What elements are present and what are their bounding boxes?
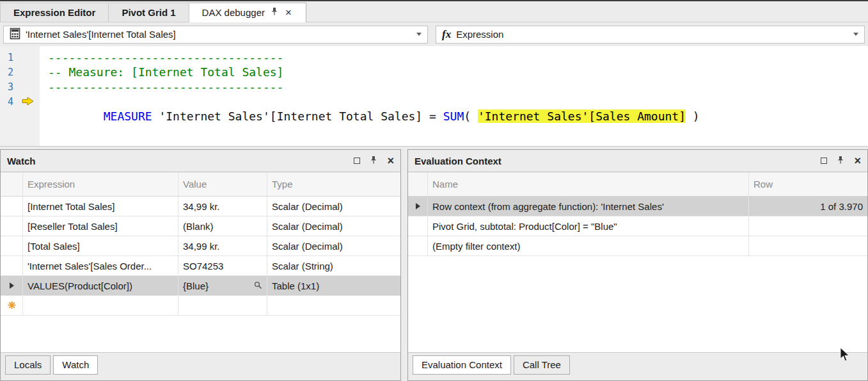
code-line-1: ----------------------------------	[48, 50, 868, 65]
line-number: 3	[8, 81, 13, 93]
row-gutter	[1, 276, 23, 295]
row-gutter	[1, 197, 23, 216]
watch-grid-header: Expression Value Type	[1, 172, 400, 197]
context-row[interactable]: Pivot Grid, subtotal: Product[Color] = "…	[408, 216, 867, 236]
tab-pivot-grid-1[interactable]: Pivot Grid 1	[109, 3, 189, 22]
watch-row[interactable]: [Total Sales] 34,99 kr. Scalar (Decimal)	[1, 236, 400, 256]
watch-type: Scalar (Decimal)	[272, 201, 343, 212]
context-row[interactable]: (Empty filter context)	[408, 236, 867, 256]
gutter-line: 3	[0, 79, 40, 94]
evaluation-panel-titlebar: Evaluation Context ×	[408, 150, 867, 172]
pin-icon[interactable]	[271, 7, 278, 18]
code-area: ---------------------------------- -- Me…	[40, 46, 868, 146]
maximize-icon[interactable]	[821, 158, 827, 164]
row-gutter	[1, 216, 23, 236]
chevron-down-icon	[853, 33, 858, 36]
watch-type: Scalar (Decimal)	[272, 241, 343, 252]
tab-locals[interactable]: Locals	[5, 355, 51, 375]
expression-combo-value: Expression	[456, 29, 503, 40]
column-header-type[interactable]: Type	[267, 172, 400, 196]
watch-expression: [Total Sales]	[28, 241, 80, 252]
close-icon[interactable]: ×	[284, 8, 293, 17]
watch-panel: Watch × Expression Value Type	[0, 149, 401, 381]
evaluation-grid-header: Name Row	[408, 172, 867, 197]
watch-value: (Blank)	[183, 221, 214, 232]
gutter-line: 4	[0, 94, 40, 109]
line-number: 4	[8, 96, 13, 108]
tab-evaluation-context[interactable]: Evaluation Context	[413, 355, 511, 375]
maximize-icon[interactable]	[354, 158, 360, 164]
header-gutter	[408, 172, 428, 196]
code-line-4: MEASURE 'Internet Sales'[Internet Total …	[48, 94, 868, 109]
panel-title-text: Watch	[7, 156, 35, 166]
current-statement-arrow-icon	[22, 97, 34, 108]
context-name: Pivot Grid, subtotal: Product[Color] = "…	[432, 221, 617, 232]
gutter-line: 2	[0, 65, 40, 79]
row-gutter	[408, 236, 428, 255]
tab-watch[interactable]: Watch	[53, 355, 98, 375]
row-indicator-icon	[416, 203, 420, 209]
watch-row-selected[interactable]: VALUES(Product[Color]) {Blue} Table (1x1…	[1, 276, 400, 296]
context-name: Row context (from aggregate function): '…	[432, 201, 664, 212]
evaluation-grid: Name Row Row context (from aggregate fun…	[408, 172, 867, 352]
column-header-value[interactable]: Value	[178, 172, 267, 196]
mouse-cursor	[840, 348, 853, 364]
watch-type: Scalar (Decimal)	[272, 221, 343, 232]
watch-row[interactable]: 'Internet Sales'[Sales Order... SO74253 …	[1, 256, 400, 276]
watch-value: {Blue}	[183, 280, 209, 291]
panel-title-icons: ×	[821, 156, 861, 166]
chevron-down-icon	[416, 33, 422, 36]
editor-gutter: 1 2 3 4	[0, 46, 40, 146]
expression-selector-dropdown[interactable]: fx Expression	[436, 26, 865, 44]
measure-combo-value: 'Internet Sales'[Internet Total Sales]	[26, 29, 176, 40]
tab-label: Expression Editor	[13, 7, 95, 18]
tab-dax-debugger[interactable]: DAX debugger ×	[189, 3, 306, 22]
watch-value: 34,99 kr.	[183, 201, 220, 212]
row-gutter	[1, 296, 23, 315]
tab-label: Pivot Grid 1	[122, 7, 175, 18]
context-name: (Empty filter context)	[432, 241, 521, 252]
row-gutter	[408, 197, 428, 216]
tab-label: DAX debugger	[202, 7, 265, 18]
column-header-name[interactable]: Name	[428, 172, 749, 196]
gutter-line: 1	[0, 50, 40, 65]
code-line-2: -- Measure: [Internet Total Sales]	[48, 65, 868, 79]
row-gutter	[1, 256, 23, 275]
watch-grid: Expression Value Type [Internet Total Sa…	[1, 172, 400, 352]
tab-call-tree[interactable]: Call Tree	[514, 355, 570, 375]
code-line-3: ----------------------------------	[48, 79, 868, 94]
column-header-row[interactable]: Row	[749, 172, 867, 196]
header-gutter	[1, 172, 23, 196]
document-tab-bar: Expression Editor Pivot Grid 1 DAX debug…	[0, 1, 868, 22]
dax-code-editor[interactable]: 1 2 3 4 --------------------------------…	[0, 46, 868, 147]
line-number: 2	[8, 67, 13, 78]
panel-title-icons: ×	[354, 156, 394, 166]
watch-panel-tabs: Locals Watch	[1, 352, 400, 380]
watch-row[interactable]: [Reseller Total Sales] (Blank) Scalar (D…	[1, 216, 400, 236]
watch-expression: [Internet Total Sales]	[28, 201, 114, 212]
watch-type: Table (1x1)	[272, 280, 319, 291]
watch-expression: [Reseller Total Sales]	[28, 221, 118, 232]
column-header-expression[interactable]: Expression	[23, 172, 178, 196]
line-number: 1	[8, 52, 13, 63]
pin-icon[interactable]	[837, 156, 844, 166]
magnifier-icon[interactable]	[254, 280, 262, 291]
watch-panel-titlebar: Watch ×	[1, 150, 400, 172]
watch-type: Scalar (String)	[272, 261, 333, 272]
bottom-dock: Watch × Expression Value Type	[0, 149, 868, 381]
context-row-selected[interactable]: Row context (from aggregate function): '…	[408, 197, 867, 216]
watch-new-row[interactable]	[1, 296, 400, 316]
watch-value: SO74253	[183, 261, 223, 272]
close-icon[interactable]: ×	[854, 157, 861, 165]
row-indicator-icon	[10, 282, 14, 289]
watch-expression: VALUES(Product[Color])	[28, 280, 132, 291]
measure-selector-dropdown[interactable]: 'Internet Sales'[Internet Total Sales]	[3, 26, 428, 44]
tab-expression-editor[interactable]: Expression Editor	[0, 3, 109, 22]
highlighted-expression: 'Internet Sales'[Sales Amount]	[478, 109, 686, 123]
watch-row[interactable]: [Internet Total Sales] 34,99 kr. Scalar …	[1, 197, 400, 216]
pin-icon[interactable]	[370, 156, 377, 166]
watch-value: 34,99 kr.	[183, 241, 220, 252]
new-watch-star-icon	[8, 300, 16, 311]
panel-title-text: Evaluation Context	[414, 156, 501, 166]
close-icon[interactable]: ×	[387, 157, 394, 165]
